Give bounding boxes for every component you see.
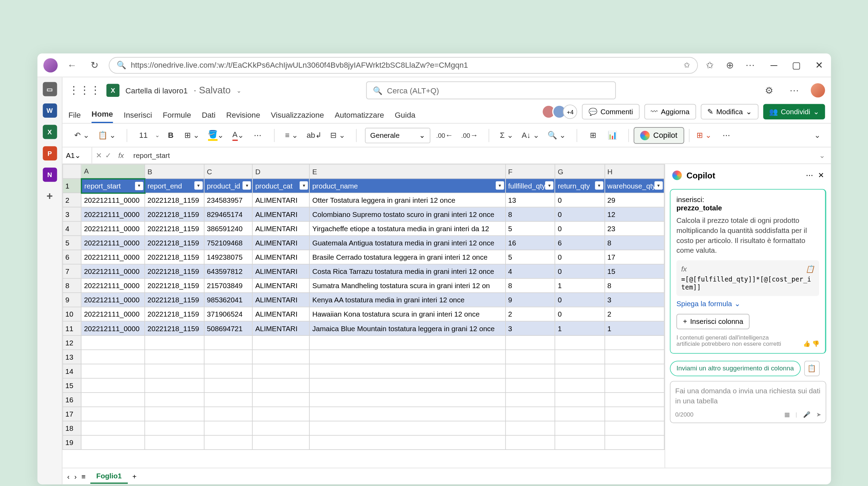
row-header[interactable]: 1	[63, 178, 82, 193]
cell[interactable]	[506, 407, 555, 421]
cell[interactable]: 20221218_1159	[145, 236, 204, 250]
select-all-cell[interactable]	[63, 164, 82, 178]
rail-powerpoint-icon[interactable]: P	[42, 146, 57, 160]
filter-icon[interactable]: ▾	[496, 181, 504, 190]
cell[interactable]	[605, 435, 665, 450]
favorite-icon[interactable]: ✩	[684, 61, 690, 70]
wrap-text-button[interactable]: ab↲	[304, 127, 324, 143]
filter-icon[interactable]: ▾	[654, 181, 663, 190]
filter-icon[interactable]: ▾	[595, 181, 603, 190]
cell[interactable]: 3	[605, 293, 665, 307]
cell[interactable]: 5	[506, 221, 555, 236]
cell[interactable]: Yirgacheffe etiope a tostatura media in …	[310, 221, 506, 236]
row-header[interactable]: 3	[63, 207, 82, 221]
cell[interactable]	[555, 364, 605, 378]
comments-button[interactable]: 💬 Commenti	[582, 104, 640, 120]
cell[interactable]: 17	[605, 250, 665, 264]
cell[interactable]: Costa Rica Tarrazu tostatura media in gr…	[310, 264, 506, 278]
fx-icon[interactable]: fx	[115, 151, 127, 160]
row-header[interactable]: 5	[63, 236, 82, 250]
clipboard-icon[interactable]: 📋	[804, 361, 820, 377]
cell[interactable]	[204, 335, 252, 350]
cell[interactable]: 0	[555, 193, 605, 207]
cell[interactable]	[81, 335, 145, 350]
decrease-decimal-button[interactable]: .00←	[434, 127, 455, 143]
edit-button[interactable]: ✎ Modifica ⌄	[701, 104, 758, 120]
cell[interactable]: ALIMENTARI	[252, 236, 309, 250]
cell[interactable]: ALIMENTARI	[252, 221, 309, 236]
cell[interactable]	[252, 407, 309, 421]
cell[interactable]	[145, 393, 204, 407]
number-format-dropdown[interactable]: Generale⌄	[365, 127, 430, 143]
collab-more-count[interactable]: +4	[563, 104, 577, 119]
more-icon[interactable]: ⋯	[786, 82, 802, 99]
cell[interactable]	[310, 378, 506, 393]
row-header[interactable]: 16	[63, 393, 82, 407]
rail-word-icon[interactable]: W	[42, 103, 57, 118]
rail-onenote-icon[interactable]: N	[42, 168, 57, 182]
cell[interactable]	[81, 393, 145, 407]
paste-button[interactable]: 📋 ⌄	[95, 127, 118, 143]
cell[interactable]: 985362041	[204, 293, 252, 307]
next-sheet-icon[interactable]: ›	[74, 472, 77, 480]
thumbs-up-icon[interactable]: 👍	[803, 341, 810, 347]
cell[interactable]	[81, 378, 145, 393]
column-header[interactable]: C	[204, 164, 252, 178]
fill-color-button[interactable]: 🪣 ⌄	[206, 127, 226, 143]
analyze-button[interactable]: 📊	[604, 127, 620, 143]
column-header[interactable]: D	[252, 164, 309, 178]
cell[interactable]	[605, 407, 665, 421]
cell[interactable]: 0	[555, 293, 605, 307]
cell[interactable]: 202212111_0000	[81, 293, 145, 307]
cell[interactable]	[605, 421, 665, 435]
tab-automate[interactable]: Automatizzare	[335, 110, 384, 123]
cell[interactable]	[252, 421, 309, 435]
cell[interactable]: Jamaica Blue Mountain tostatura leggera …	[310, 321, 506, 335]
sheet-tab[interactable]: Foglio1	[90, 469, 127, 484]
cell[interactable]	[506, 393, 555, 407]
cell[interactable]: 1	[555, 321, 605, 335]
settings-icon[interactable]: ⚙	[761, 82, 777, 99]
cell[interactable]: 13	[506, 193, 555, 207]
row-header[interactable]: 6	[63, 250, 82, 264]
cell[interactable]	[555, 421, 605, 435]
cell[interactable]	[310, 364, 506, 378]
row-header[interactable]: 8	[63, 278, 82, 293]
more-icon[interactable]: ⋯	[744, 59, 756, 71]
expand-formula-icon[interactable]: ⌄	[819, 151, 831, 160]
font-color-button[interactable]: A ⌄	[230, 127, 246, 143]
tab-review[interactable]: Revisione	[226, 110, 260, 123]
close-button[interactable]: ✕	[813, 59, 825, 71]
cell[interactable]: 1	[555, 278, 605, 293]
tab-formulas[interactable]: Formule	[163, 110, 191, 123]
column-header[interactable]: E	[310, 164, 506, 178]
cell[interactable]	[555, 393, 605, 407]
tab-view[interactable]: Visualizzazione	[271, 110, 324, 123]
table-header-cell[interactable]: product_id▾	[204, 178, 252, 193]
cell[interactable]: 23	[605, 221, 665, 236]
cell[interactable]: Sumatra Mandheling tostatura scura in gr…	[310, 278, 506, 293]
cell[interactable]	[555, 378, 605, 393]
cell[interactable]	[204, 421, 252, 435]
profile-avatar[interactable]	[43, 58, 58, 72]
column-header[interactable]: B	[145, 164, 204, 178]
tab-help[interactable]: Guida	[395, 110, 415, 123]
font-size-input[interactable]: 11	[136, 127, 151, 143]
cell[interactable]	[145, 364, 204, 378]
cell[interactable]	[204, 364, 252, 378]
cell[interactable]: ALIMENTARI	[252, 321, 309, 335]
cell[interactable]: 8	[506, 278, 555, 293]
find-button[interactable]: 🔍 ⌄	[545, 127, 568, 143]
cell[interactable]: 5	[506, 250, 555, 264]
cell[interactable]: 2	[605, 307, 665, 321]
collections-icon[interactable]: ⊕	[724, 59, 736, 71]
cell[interactable]: 643597812	[204, 264, 252, 278]
cell[interactable]	[145, 421, 204, 435]
confirm-icon[interactable]: ✓	[105, 151, 111, 160]
row-header[interactable]: 10	[63, 307, 82, 321]
maximize-button[interactable]: ▢	[791, 59, 802, 71]
cell[interactable]: 202212111_0000	[81, 221, 145, 236]
cell[interactable]: 20221218_1159	[145, 207, 204, 221]
cell[interactable]	[81, 435, 145, 450]
filter-icon[interactable]: ▾	[243, 181, 251, 190]
